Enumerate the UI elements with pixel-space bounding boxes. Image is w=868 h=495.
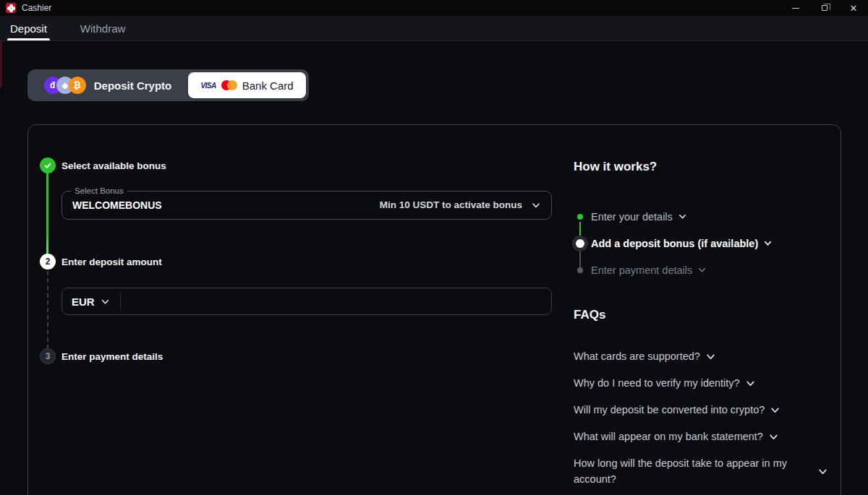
step-connector-completed xyxy=(46,167,48,262)
hiw-item-payment-details[interactable]: Enter payment details xyxy=(574,257,828,283)
step-1-label: Select available bonus xyxy=(61,160,166,171)
minimize-icon xyxy=(792,8,799,9)
step-2-indicator: 2 xyxy=(40,254,56,270)
bank-card-option[interactable]: VISA Bank Card xyxy=(188,72,306,98)
close-button[interactable]: ✕ xyxy=(839,0,868,16)
step-connector-pending xyxy=(47,264,48,356)
payment-method-toggle: đ ◆ ₿ Deposit Crypto VISA Bank Card xyxy=(27,69,309,101)
hiw-item-deposit-bonus[interactable]: Add a deposit bonus (if available) xyxy=(574,230,828,257)
bitcoin-coin-icon: ₿ xyxy=(69,77,86,94)
bonus-select-field[interactable]: Select Bonus WELCOMEBONUS Min 10 USDT to… xyxy=(61,186,552,220)
window-controls: ✕ xyxy=(781,0,868,16)
faq-item-deposit-time[interactable]: How long will the deposit take to appear… xyxy=(574,455,828,487)
visa-logo-icon: VISA xyxy=(200,82,216,90)
chevron-down-icon xyxy=(705,351,716,362)
deposit-amount-field: EUR xyxy=(61,288,552,315)
step-2-label: Enter deposit amount xyxy=(61,257,162,267)
title-bar: Cashier ✕ xyxy=(0,0,868,16)
how-it-works-title: How it works? xyxy=(574,160,828,174)
chevron-down-icon xyxy=(763,238,773,248)
hiw-item-enter-details[interactable]: Enter your details xyxy=(574,203,828,230)
cashier-app-icon xyxy=(6,3,16,13)
chevron-down-icon xyxy=(745,378,756,389)
step-3-label: Enter payment details xyxy=(61,351,163,362)
deposit-crypto-label: Deposit Crypto xyxy=(94,79,172,92)
faq-item-verify-identity[interactable]: Why do I need to verify my identity? xyxy=(574,375,828,391)
deposit-panel: Select available bonus Select Bonus WELC… xyxy=(27,124,841,495)
currency-code: EUR xyxy=(72,296,95,308)
faq-item-cards-supported[interactable]: What cards are supported? xyxy=(574,348,828,364)
chevron-down-icon xyxy=(531,200,541,210)
cashier-tabbar: Deposit Withdraw xyxy=(0,16,868,41)
chevron-down-icon xyxy=(101,297,110,306)
bonus-min-hint: Min 10 USDT to activate bonus xyxy=(380,199,522,210)
window-title: Cashier xyxy=(22,3,51,13)
bonus-field-label: Select Bonus xyxy=(71,186,127,195)
chevron-down-icon xyxy=(768,431,779,442)
tab-deposit[interactable]: Deposit xyxy=(7,16,50,40)
white-dot-icon xyxy=(576,239,584,248)
chevron-down-icon xyxy=(817,466,828,477)
faq-item-converted-crypto[interactable]: Will my deposit be converted into crypto… xyxy=(574,402,828,418)
currency-select[interactable]: EUR xyxy=(72,296,110,308)
left-accent-bar xyxy=(0,41,2,87)
restore-icon xyxy=(822,5,827,11)
chevron-down-icon xyxy=(697,265,707,275)
minimize-button[interactable] xyxy=(781,0,810,16)
step-1-check-icon xyxy=(40,158,56,173)
chevron-down-icon xyxy=(678,212,687,221)
tab-withdraw[interactable]: Withdraw xyxy=(77,16,129,40)
hiw-item-label: Enter your details xyxy=(591,211,673,223)
how-it-works-list: Enter your details Add a deposit bonus (… xyxy=(574,203,828,283)
help-sidebar: How it works? Enter your details Add a d… xyxy=(574,160,828,487)
faq-list: What cards are supported? Why do I need … xyxy=(574,348,828,487)
bank-card-label: Bank Card xyxy=(242,79,294,92)
hiw-item-label: Enter payment details xyxy=(591,264,692,276)
bonus-field-value: WELCOMEBONUS xyxy=(72,199,162,211)
step-3-indicator: 3 xyxy=(40,348,56,364)
restore-button[interactable] xyxy=(810,0,839,16)
close-icon: ✕ xyxy=(850,4,858,13)
mastercard-logo-icon xyxy=(221,80,237,90)
check-icon xyxy=(43,161,52,170)
crypto-coins-icon: đ ◆ ₿ xyxy=(44,77,86,94)
faq-item-bank-statement[interactable]: What will appear on my bank statement? xyxy=(574,429,828,444)
deposit-crypto-option[interactable]: đ ◆ ₿ Deposit Crypto xyxy=(27,69,188,101)
gray-dot-icon xyxy=(577,267,583,273)
amount-input[interactable] xyxy=(121,288,542,314)
chevron-down-icon xyxy=(770,405,780,416)
green-dot-icon xyxy=(577,214,583,220)
hiw-item-label: Add a deposit bonus (if available) xyxy=(591,238,758,249)
faqs-title: FAQs xyxy=(574,308,828,322)
